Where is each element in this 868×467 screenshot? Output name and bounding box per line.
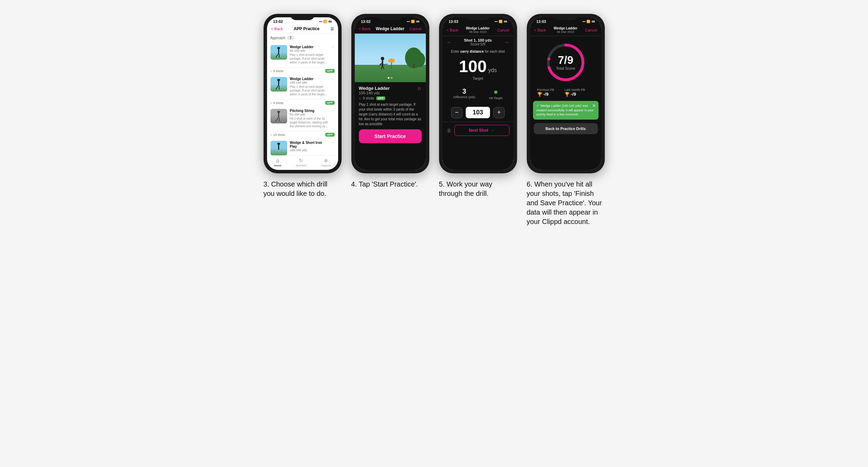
- increment-button[interactable]: +: [493, 107, 505, 118]
- drill-thumb-1: [270, 45, 287, 60]
- distance-input[interactable]: [466, 107, 490, 118]
- approach-tag: Approach 7: [267, 34, 338, 42]
- svg-point-1: [277, 47, 280, 49]
- nav-back-6[interactable]: < Back: [534, 28, 546, 32]
- shot-label: Shot 1, 100 yds: [464, 38, 492, 42]
- tab-home[interactable]: ⌂ Home: [274, 158, 281, 167]
- nav-title-6: Wedge Ladder 06 Mar 2023: [553, 26, 577, 34]
- start-practice-button[interactable]: Start Practice: [359, 129, 422, 143]
- screen2-body: Wedge Ladder 100-140 yds ☆ ○ 9 shots APP…: [355, 82, 426, 170]
- phones-row: 13:02 ▪▪▪ 📶 46 < Back APP Practice ☰ App…: [264, 14, 605, 226]
- nav-cancel-6[interactable]: Cancel: [585, 28, 597, 32]
- nav-cancel-5[interactable]: Cancel: [497, 28, 509, 32]
- clock-icon-3: ○: [270, 133, 272, 137]
- hit-target-label: Hit Target: [489, 96, 502, 100]
- caption-3: 3. Choose which drill you would like to …: [264, 180, 340, 198]
- shots-info-1: ○ 9 shots: [270, 69, 283, 73]
- phone-5-inner: 13:03 ▪▪▪ 🛜 46 < Back Wedge Ladder 06 Ma…: [442, 17, 514, 170]
- nav-back-5[interactable]: < Back: [447, 28, 458, 32]
- nav-menu-3[interactable]: ☰: [330, 27, 334, 31]
- nav-bar-6: < Back Wedge Ladder 06 Mar 2023 Cancel: [530, 24, 601, 36]
- shots-row-4: ○ 9 shots APP: [359, 96, 422, 100]
- caption-5: 5. Work your way through the drill.: [439, 180, 515, 198]
- score-circle: 7/9 Total Score: [545, 42, 586, 83]
- back-to-practice-button[interactable]: Back to Practice Drills: [534, 123, 598, 134]
- tab-activities-label: Activities: [296, 164, 307, 167]
- last-month-pb-val: 🏆 -/9: [565, 92, 585, 97]
- shots-label-1: 9 shots: [273, 69, 283, 73]
- target-number: 100: [459, 57, 487, 76]
- score-sub: Total Score: [556, 66, 575, 70]
- next-shot-arrow[interactable]: →: [504, 39, 509, 45]
- star-icon-1[interactable]: ☆: [331, 45, 335, 50]
- clock-icon-1: ○: [270, 69, 272, 73]
- status-time-5: 13:03: [449, 19, 458, 24]
- target-label: Target: [446, 76, 510, 80]
- shots-label-3: 10 shots: [273, 133, 285, 137]
- nav-back-3[interactable]: < Back: [271, 27, 283, 31]
- signal-icon-6: ▪▪▪: [582, 20, 586, 23]
- next-shot-button[interactable]: Next Shot →: [454, 125, 509, 136]
- phone-3-inner: 13:02 ▪▪▪ 📶 46 < Back APP Practice ☰ App…: [267, 17, 338, 170]
- app-badge-2: APP: [325, 101, 334, 105]
- status-time-3: 13:02: [273, 19, 283, 24]
- svg-line-6: [276, 86, 278, 89]
- drill-item-3[interactable]: Pitching String 55-100 yds Hit 1 shot at…: [267, 106, 338, 131]
- drill-item-1[interactable]: Wedge Ladder 50-100 yds Play 1 shot at e…: [267, 42, 338, 68]
- phone-3: 13:02 ▪▪▪ 📶 46 < Back APP Practice ☰ App…: [264, 14, 342, 173]
- previous-pb-val: 🏆 -/9: [537, 92, 555, 97]
- score-circle-area: 7/9 Total Score: [530, 36, 601, 86]
- drill-yds-4: 100-140 yds: [290, 148, 328, 152]
- drill-footer-2: ○ 9 shots APP: [267, 100, 338, 106]
- shot-info: Shot 1, 100 yds Score 5/9: [464, 38, 492, 46]
- notch-4: [378, 14, 402, 20]
- trophy-icon-2: 🏆: [565, 92, 570, 97]
- app-badge-3: APP: [325, 133, 334, 137]
- drill-info-1: Wedge Ladder 50-100 yds Play 1 shot at e…: [290, 45, 328, 64]
- drill-desc-1: Play 1 shot at each target yardage. If y…: [290, 53, 328, 64]
- star-icon-3[interactable]: ☆: [331, 109, 335, 113]
- next-shot-arrow-btn: →: [490, 128, 495, 133]
- tab-activities[interactable]: ↻ Activities: [296, 158, 307, 167]
- toast-text: 'Wedge Ladder (100-140 yds)' was created…: [536, 104, 594, 116]
- dot-1: [388, 77, 389, 79]
- shots-count-4: 9 shots: [363, 96, 374, 100]
- prev-shot-arrow[interactable]: ←: [447, 39, 452, 45]
- golf-image-area: [355, 34, 426, 82]
- metrics-row: 3 Difference (yds) ● Hit Target: [442, 84, 514, 103]
- drill-thumb-3: [270, 109, 287, 123]
- nav-title-5: Wedge Ladder 06 Mar 2023: [466, 26, 490, 34]
- phone-6: 13:03 ▪▪▪ 🛜 46 < Back Wedge Ladder 06 Ma…: [527, 14, 605, 173]
- metric-hit: ● Hit Target: [489, 87, 502, 100]
- circle-inner: 7/9 Total Score: [545, 42, 586, 83]
- drill-name-2: Wedge Ladder: [290, 77, 328, 81]
- battery-icon-3: 46: [328, 20, 332, 23]
- svg-line-10: [276, 118, 278, 121]
- star-icon-2[interactable]: ☆: [331, 77, 335, 81]
- phone-4-container: 13:02 ▪▪▪ 🛜 46 < Back Wedge Ladder Cance…: [351, 14, 429, 189]
- nav-cancel-4[interactable]: Cancel: [410, 27, 421, 31]
- nav-title-3: APP Practice: [294, 26, 320, 31]
- toast-close-button[interactable]: ✕: [592, 103, 596, 109]
- decrement-button[interactable]: −: [451, 107, 462, 118]
- nav-back-4[interactable]: < Back: [359, 27, 371, 31]
- drill-item-4[interactable]: Wedge & Short Iron Play 100-140 yds ☆: [267, 138, 338, 155]
- trash-button[interactable]: 🗑: [447, 128, 452, 133]
- tab-capture[interactable]: ⊕ Capture: [321, 158, 330, 167]
- star-icon-card[interactable]: ☆: [417, 86, 422, 91]
- svg-line-2: [276, 54, 278, 58]
- next-shot-label: Next Shot: [469, 128, 488, 133]
- battery-icon-4: 46: [416, 20, 419, 23]
- home-icon: ⌂: [276, 158, 279, 163]
- image-dots: [355, 76, 426, 80]
- star-icon-4[interactable]: ☆: [331, 141, 335, 145]
- svg-point-26: [388, 59, 395, 63]
- drill-item-2[interactable]: Wedge Ladder 100-140 yds Play 1 shot at …: [267, 74, 338, 100]
- wifi-icon-6: 🛜: [586, 20, 590, 23]
- previous-pb-label: Previous PB: [537, 88, 555, 92]
- wifi-icon-3: 📶: [323, 20, 327, 23]
- drill-thumb-2: [270, 77, 287, 92]
- shots-info-2: ○ 9 shots: [270, 101, 283, 105]
- drill-footer-3: ○ 10 shots APP: [267, 131, 338, 138]
- phone-4-inner: 13:02 ▪▪▪ 🛜 46 < Back Wedge Ladder Cance…: [355, 17, 426, 170]
